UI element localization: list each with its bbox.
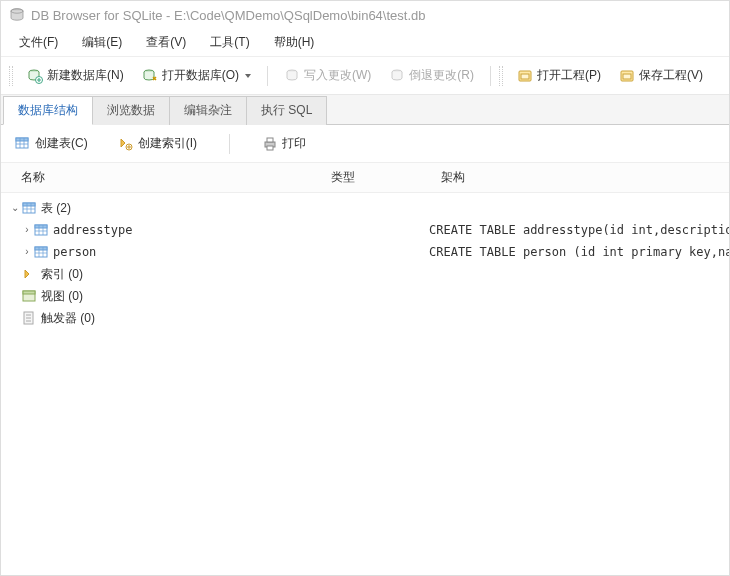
menu-tools[interactable]: 工具(T) <box>200 31 259 54</box>
dropdown-arrow-icon <box>245 74 251 78</box>
column-name[interactable]: 名称 <box>21 169 331 186</box>
revert-changes-icon <box>389 68 405 84</box>
table-group-icon <box>21 201 37 215</box>
tree-node-table-addresstype[interactable]: › addresstype CREATE TABLE addresstype(i… <box>1 219 729 241</box>
svg-rect-8 <box>521 74 529 79</box>
open-database-button[interactable]: 打开数据库(O) <box>134 63 259 88</box>
toolbar-separator <box>490 66 491 86</box>
tab-sql[interactable]: 执行 SQL <box>246 96 327 125</box>
revert-changes-button: 倒退更改(R) <box>381 63 482 88</box>
tab-browse[interactable]: 浏览数据 <box>92 96 170 125</box>
svg-rect-22 <box>35 247 47 250</box>
menubar: 文件(F) 编辑(E) 查看(V) 工具(T) 帮助(H) <box>1 29 729 57</box>
menu-view[interactable]: 查看(V) <box>136 31 196 54</box>
menu-file[interactable]: 文件(F) <box>9 31 68 54</box>
create-index-button[interactable]: 创建索引(I) <box>114 133 201 154</box>
write-changes-icon <box>284 68 300 84</box>
tree-node-views[interactable]: 视图 (0) <box>1 285 729 307</box>
open-project-icon <box>517 68 533 84</box>
svg-rect-12 <box>16 138 28 141</box>
toolbar-separator <box>229 134 230 154</box>
toolbar-handle[interactable] <box>9 66 13 86</box>
titlebar: DB Browser for SQLite - E:\Code\QMDemo\Q… <box>1 1 729 29</box>
tab-structure[interactable]: 数据库结构 <box>3 96 93 125</box>
write-changes-button: 写入更改(W) <box>276 63 379 88</box>
svg-rect-20 <box>35 225 47 228</box>
column-schema[interactable]: 架构 <box>441 169 719 186</box>
window-title: DB Browser for SQLite - E:\Code\QMDemo\Q… <box>31 8 426 23</box>
schema-text: CREATE TABLE addresstype(id int,descript… <box>429 221 729 239</box>
schema-text: CREATE TABLE person (id int primary key,… <box>429 243 729 261</box>
print-button[interactable]: 打印 <box>258 133 310 154</box>
caret-down-icon[interactable]: ⌄ <box>9 199 21 217</box>
caret-right-icon[interactable]: › <box>21 243 33 261</box>
tree-node-triggers[interactable]: 触发器 (0) <box>1 307 729 329</box>
index-icon <box>21 267 37 281</box>
tree-node-table-person[interactable]: › person CREATE TABLE person (id int pri… <box>1 241 729 263</box>
schema-tree: ⌄ 表 (2) › addresstype CREATE TABLE addre… <box>1 193 729 333</box>
caret-right-icon[interactable]: › <box>21 221 33 239</box>
new-database-icon <box>27 68 43 84</box>
tab-bar: 数据库结构 浏览数据 编辑杂注 执行 SQL <box>1 95 729 125</box>
new-database-button[interactable]: 新建数据库(N) <box>19 63 132 88</box>
save-project-icon <box>619 68 635 84</box>
create-table-button[interactable]: 创建表(C) <box>11 133 92 154</box>
structure-toolbar: 创建表(C) 创建索引(I) 打印 <box>1 125 729 163</box>
create-index-icon <box>118 136 134 152</box>
column-type[interactable]: 类型 <box>331 169 441 186</box>
tab-pragmas[interactable]: 编辑杂注 <box>169 96 247 125</box>
print-icon <box>262 136 278 152</box>
svg-rect-15 <box>267 138 273 142</box>
trigger-icon <box>21 311 37 325</box>
open-database-icon <box>142 68 158 84</box>
tree-header: 名称 类型 架构 <box>1 163 729 193</box>
table-icon <box>33 223 49 237</box>
table-icon <box>33 245 49 259</box>
create-table-icon <box>15 136 31 152</box>
toolbar-handle[interactable] <box>499 66 503 86</box>
menu-help[interactable]: 帮助(H) <box>264 31 325 54</box>
save-project-button[interactable]: 保存工程(V) <box>611 63 711 88</box>
open-project-button[interactable]: 打开工程(P) <box>509 63 609 88</box>
svg-rect-16 <box>267 146 273 150</box>
main-toolbar: 新建数据库(N) 打开数据库(O) 写入更改(W) 倒退更改(R) 打开工程(P… <box>1 57 729 95</box>
tree-node-tables[interactable]: ⌄ 表 (2) <box>1 197 729 219</box>
svg-rect-18 <box>23 203 35 206</box>
tree-node-indices[interactable]: 索引 (0) <box>1 263 729 285</box>
view-icon <box>21 289 37 303</box>
toolbar-separator <box>267 66 268 86</box>
database-app-icon <box>9 7 25 23</box>
menu-edit[interactable]: 编辑(E) <box>72 31 132 54</box>
svg-rect-10 <box>623 74 631 79</box>
svg-rect-24 <box>23 291 35 294</box>
